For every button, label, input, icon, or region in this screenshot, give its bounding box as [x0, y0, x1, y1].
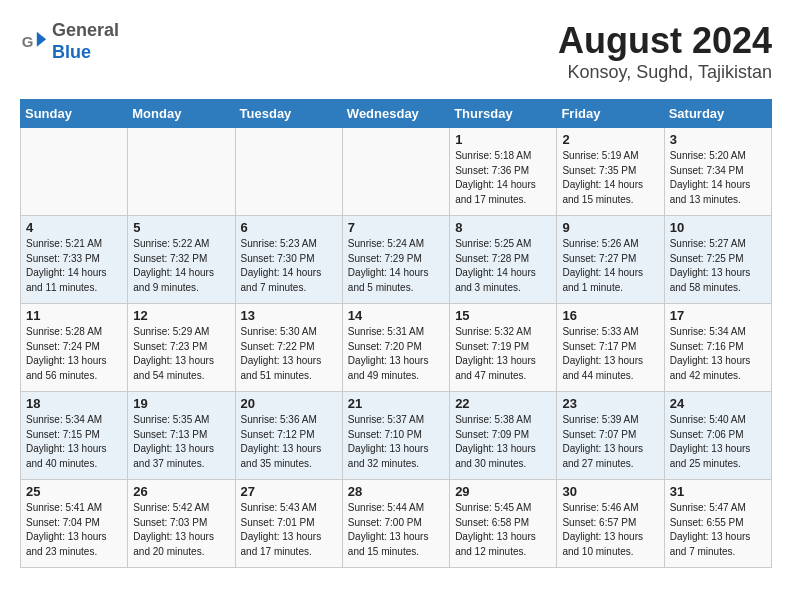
day-info: Sunrise: 5:36 AM Sunset: 7:12 PM Dayligh…: [241, 413, 337, 471]
day-number: 17: [670, 308, 766, 323]
day-number: 12: [133, 308, 229, 323]
day-number: 10: [670, 220, 766, 235]
logo-icon: G: [20, 28, 48, 56]
page-header: G General Blue August 2024 Konsoy, Sughd…: [20, 20, 772, 83]
calendar-cell: 9Sunrise: 5:26 AM Sunset: 7:27 PM Daylig…: [557, 216, 664, 304]
day-info: Sunrise: 5:20 AM Sunset: 7:34 PM Dayligh…: [670, 149, 766, 207]
calendar-week-4: 18Sunrise: 5:34 AM Sunset: 7:15 PM Dayli…: [21, 392, 772, 480]
calendar-cell: 10Sunrise: 5:27 AM Sunset: 7:25 PM Dayli…: [664, 216, 771, 304]
day-number: 9: [562, 220, 658, 235]
day-info: Sunrise: 5:38 AM Sunset: 7:09 PM Dayligh…: [455, 413, 551, 471]
calendar-cell: 22Sunrise: 5:38 AM Sunset: 7:09 PM Dayli…: [450, 392, 557, 480]
day-header-wednesday: Wednesday: [342, 100, 449, 128]
day-info: Sunrise: 5:21 AM Sunset: 7:33 PM Dayligh…: [26, 237, 122, 295]
calendar-cell: 11Sunrise: 5:28 AM Sunset: 7:24 PM Dayli…: [21, 304, 128, 392]
day-number: 21: [348, 396, 444, 411]
day-number: 8: [455, 220, 551, 235]
day-number: 6: [241, 220, 337, 235]
logo: G General Blue: [20, 20, 119, 63]
day-number: 28: [348, 484, 444, 499]
calendar-header-row: SundayMondayTuesdayWednesdayThursdayFrid…: [21, 100, 772, 128]
day-number: 31: [670, 484, 766, 499]
day-info: Sunrise: 5:32 AM Sunset: 7:19 PM Dayligh…: [455, 325, 551, 383]
calendar-cell: 8Sunrise: 5:25 AM Sunset: 7:28 PM Daylig…: [450, 216, 557, 304]
day-info: Sunrise: 5:26 AM Sunset: 7:27 PM Dayligh…: [562, 237, 658, 295]
calendar-cell: 28Sunrise: 5:44 AM Sunset: 7:00 PM Dayli…: [342, 480, 449, 568]
day-info: Sunrise: 5:34 AM Sunset: 7:15 PM Dayligh…: [26, 413, 122, 471]
day-number: 16: [562, 308, 658, 323]
calendar-cell: 7Sunrise: 5:24 AM Sunset: 7:29 PM Daylig…: [342, 216, 449, 304]
day-number: 7: [348, 220, 444, 235]
day-number: 26: [133, 484, 229, 499]
page-subtitle: Konsoy, Sughd, Tajikistan: [558, 62, 772, 83]
day-header-thursday: Thursday: [450, 100, 557, 128]
day-info: Sunrise: 5:41 AM Sunset: 7:04 PM Dayligh…: [26, 501, 122, 559]
day-info: Sunrise: 5:18 AM Sunset: 7:36 PM Dayligh…: [455, 149, 551, 207]
logo-text: General Blue: [52, 20, 119, 63]
day-number: 4: [26, 220, 122, 235]
day-header-sunday: Sunday: [21, 100, 128, 128]
calendar-cell: 2Sunrise: 5:19 AM Sunset: 7:35 PM Daylig…: [557, 128, 664, 216]
calendar-cell: 29Sunrise: 5:45 AM Sunset: 6:58 PM Dayli…: [450, 480, 557, 568]
title-block: August 2024 Konsoy, Sughd, Tajikistan: [558, 20, 772, 83]
day-number: 13: [241, 308, 337, 323]
day-number: 24: [670, 396, 766, 411]
day-number: 22: [455, 396, 551, 411]
calendar-cell: 19Sunrise: 5:35 AM Sunset: 7:13 PM Dayli…: [128, 392, 235, 480]
calendar-cell: 4Sunrise: 5:21 AM Sunset: 7:33 PM Daylig…: [21, 216, 128, 304]
calendar-cell: 3Sunrise: 5:20 AM Sunset: 7:34 PM Daylig…: [664, 128, 771, 216]
page-title: August 2024: [558, 20, 772, 62]
day-info: Sunrise: 5:25 AM Sunset: 7:28 PM Dayligh…: [455, 237, 551, 295]
calendar-cell: 24Sunrise: 5:40 AM Sunset: 7:06 PM Dayli…: [664, 392, 771, 480]
day-number: 18: [26, 396, 122, 411]
day-info: Sunrise: 5:37 AM Sunset: 7:10 PM Dayligh…: [348, 413, 444, 471]
day-info: Sunrise: 5:30 AM Sunset: 7:22 PM Dayligh…: [241, 325, 337, 383]
calendar-cell: [21, 128, 128, 216]
day-header-saturday: Saturday: [664, 100, 771, 128]
calendar-cell: 27Sunrise: 5:43 AM Sunset: 7:01 PM Dayli…: [235, 480, 342, 568]
calendar-cell: 14Sunrise: 5:31 AM Sunset: 7:20 PM Dayli…: [342, 304, 449, 392]
day-number: 25: [26, 484, 122, 499]
calendar-cell: 1Sunrise: 5:18 AM Sunset: 7:36 PM Daylig…: [450, 128, 557, 216]
day-info: Sunrise: 5:34 AM Sunset: 7:16 PM Dayligh…: [670, 325, 766, 383]
calendar-week-1: 1Sunrise: 5:18 AM Sunset: 7:36 PM Daylig…: [21, 128, 772, 216]
calendar-cell: 21Sunrise: 5:37 AM Sunset: 7:10 PM Dayli…: [342, 392, 449, 480]
day-number: 29: [455, 484, 551, 499]
day-number: 1: [455, 132, 551, 147]
svg-text:G: G: [22, 32, 34, 49]
day-info: Sunrise: 5:45 AM Sunset: 6:58 PM Dayligh…: [455, 501, 551, 559]
day-number: 11: [26, 308, 122, 323]
calendar-cell: 17Sunrise: 5:34 AM Sunset: 7:16 PM Dayli…: [664, 304, 771, 392]
day-info: Sunrise: 5:47 AM Sunset: 6:55 PM Dayligh…: [670, 501, 766, 559]
calendar-cell: 15Sunrise: 5:32 AM Sunset: 7:19 PM Dayli…: [450, 304, 557, 392]
day-number: 20: [241, 396, 337, 411]
day-info: Sunrise: 5:19 AM Sunset: 7:35 PM Dayligh…: [562, 149, 658, 207]
day-info: Sunrise: 5:27 AM Sunset: 7:25 PM Dayligh…: [670, 237, 766, 295]
calendar-cell: [235, 128, 342, 216]
day-info: Sunrise: 5:40 AM Sunset: 7:06 PM Dayligh…: [670, 413, 766, 471]
day-info: Sunrise: 5:22 AM Sunset: 7:32 PM Dayligh…: [133, 237, 229, 295]
day-number: 2: [562, 132, 658, 147]
day-header-tuesday: Tuesday: [235, 100, 342, 128]
calendar-cell: [128, 128, 235, 216]
calendar-cell: 6Sunrise: 5:23 AM Sunset: 7:30 PM Daylig…: [235, 216, 342, 304]
calendar-cell: 12Sunrise: 5:29 AM Sunset: 7:23 PM Dayli…: [128, 304, 235, 392]
day-number: 23: [562, 396, 658, 411]
calendar-week-2: 4Sunrise: 5:21 AM Sunset: 7:33 PM Daylig…: [21, 216, 772, 304]
calendar-cell: 31Sunrise: 5:47 AM Sunset: 6:55 PM Dayli…: [664, 480, 771, 568]
day-header-friday: Friday: [557, 100, 664, 128]
day-info: Sunrise: 5:39 AM Sunset: 7:07 PM Dayligh…: [562, 413, 658, 471]
day-info: Sunrise: 5:29 AM Sunset: 7:23 PM Dayligh…: [133, 325, 229, 383]
day-info: Sunrise: 5:43 AM Sunset: 7:01 PM Dayligh…: [241, 501, 337, 559]
calendar-body: 1Sunrise: 5:18 AM Sunset: 7:36 PM Daylig…: [21, 128, 772, 568]
calendar-cell: 23Sunrise: 5:39 AM Sunset: 7:07 PM Dayli…: [557, 392, 664, 480]
calendar-cell: [342, 128, 449, 216]
day-number: 19: [133, 396, 229, 411]
day-info: Sunrise: 5:35 AM Sunset: 7:13 PM Dayligh…: [133, 413, 229, 471]
calendar-cell: 26Sunrise: 5:42 AM Sunset: 7:03 PM Dayli…: [128, 480, 235, 568]
calendar-week-3: 11Sunrise: 5:28 AM Sunset: 7:24 PM Dayli…: [21, 304, 772, 392]
calendar-cell: 18Sunrise: 5:34 AM Sunset: 7:15 PM Dayli…: [21, 392, 128, 480]
day-info: Sunrise: 5:28 AM Sunset: 7:24 PM Dayligh…: [26, 325, 122, 383]
day-number: 3: [670, 132, 766, 147]
day-info: Sunrise: 5:33 AM Sunset: 7:17 PM Dayligh…: [562, 325, 658, 383]
